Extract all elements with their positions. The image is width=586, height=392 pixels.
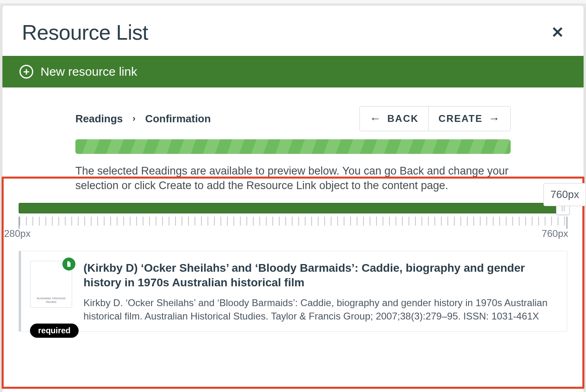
instruction-text: The selected Readings are available to p… <box>2 154 584 199</box>
reading-body: (Kirkby D) ‘Ocker Sheilahs’ and ‘Bloody … <box>83 261 556 323</box>
progress-bar <box>75 139 511 154</box>
create-button-label: CREATE <box>438 113 483 124</box>
ruler-max-label: 760px <box>542 228 568 239</box>
new-resource-link-banner[interactable]: + New resource link <box>2 56 584 87</box>
chevron-right-icon: › <box>133 113 135 124</box>
slider-track <box>19 203 567 213</box>
thumbnail-image <box>34 264 68 294</box>
reading-title: (Kirkby D) ‘Ocker Sheilahs’ and ‘Bloody … <box>83 261 556 290</box>
steps-row: Readings › Confirmation ← BACK CREATE → <box>2 87 584 139</box>
ruler-tick-min <box>19 217 19 229</box>
thumbnail-caption: Australian Historical Studies <box>34 297 68 304</box>
arrow-left-icon: ← <box>370 112 382 125</box>
back-button[interactable]: ← BACK <box>360 107 428 131</box>
reading-citation: Kirkby D. ‘Ocker Sheilahs’ and ‘Bloody B… <box>83 296 556 323</box>
ruler-min-label: 280px <box>4 228 30 239</box>
banner-label: New resource link <box>41 65 137 79</box>
breadcrumb-step-readings[interactable]: Readings <box>75 113 123 125</box>
resource-list-modal: Resource List ✕ + New resource link Read… <box>2 6 584 392</box>
modal-header: Resource List ✕ <box>2 6 584 56</box>
editor-toolbar-sliver <box>0 0 586 4</box>
current-width-label: 760px <box>543 183 586 206</box>
arrow-right-icon: → <box>488 112 500 125</box>
required-badge: required <box>30 324 79 338</box>
reading-thumbnail-wrap: Australian Historical Studies <box>30 261 72 323</box>
create-button[interactable]: CREATE → <box>428 107 510 131</box>
plus-circle-icon: + <box>19 65 33 79</box>
breadcrumb: Readings › Confirmation <box>75 113 211 125</box>
modal-title: Resource List <box>22 20 148 45</box>
width-slider[interactable] <box>19 203 567 213</box>
close-button[interactable]: ✕ <box>551 25 564 40</box>
back-button-label: BACK <box>387 113 419 124</box>
ruler-ticks <box>19 217 567 226</box>
reading-card[interactable]: Australian Historical Studies (Kirkby D)… <box>19 251 567 332</box>
wizard-buttons: ← BACK CREATE → <box>359 106 511 131</box>
close-icon: ✕ <box>551 24 564 41</box>
width-ruler: 280px 760px <box>19 217 567 237</box>
modal-content: Readings › Confirmation ← BACK CREATE → … <box>2 87 584 332</box>
breadcrumb-step-confirmation[interactable]: Confirmation <box>145 113 211 125</box>
document-icon <box>62 258 75 271</box>
ruler-tick-max <box>567 217 567 229</box>
